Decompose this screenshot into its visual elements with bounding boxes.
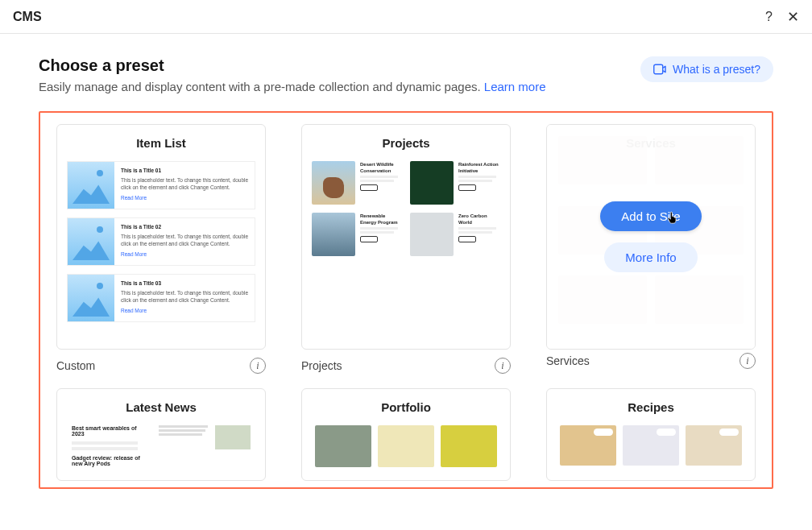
project-image	[312, 213, 355, 256]
project-button	[360, 236, 378, 242]
more-info-button[interactable]: More Info	[604, 242, 697, 272]
project-title: Zero Carbon World	[458, 213, 500, 226]
preset-latest-news-preview[interactable]: Latest News Best smart wearables of 2023…	[56, 388, 266, 481]
recipe-card	[623, 425, 679, 466]
project-button	[458, 184, 476, 191]
project-title: Desert Wildlife Conservation	[360, 161, 402, 174]
preset-custom-preview[interactable]: Item List This is a Title 01 This is pla…	[56, 124, 266, 350]
section-header-text: Choose a preset Easily manage and displa…	[39, 56, 546, 93]
list-item-text: This is a Title 01 This is placeholder t…	[121, 162, 255, 209]
list-item-text: This is a Title 02 This is placeholder t…	[121, 218, 255, 265]
preview-title: Portfolio	[312, 400, 500, 414]
project-button	[458, 236, 476, 242]
preset-label: Projects	[301, 359, 342, 372]
projects-grid: Desert Wildlife Conservation Rainforest …	[312, 161, 500, 256]
content-area: Choose a preset Easily manage and displa…	[0, 34, 812, 489]
video-icon	[653, 64, 666, 75]
section-header: Choose a preset Easily manage and displa…	[39, 56, 773, 93]
project-title: Renewable Energy Program	[360, 213, 402, 226]
help-icon[interactable]: ?	[765, 10, 773, 23]
project-image	[410, 161, 454, 205]
project-card: Renewable Energy Program	[312, 213, 402, 256]
page-subtitle: Easily manage and display content with a…	[39, 80, 546, 93]
item-title: This is a Title 01	[121, 167, 251, 174]
news-row: Best smart wearables of 2023 Gadget revi…	[67, 425, 255, 471]
portfolio-image	[315, 425, 371, 467]
project-text: Zero Carbon World	[458, 213, 500, 256]
close-icon[interactable]: ✕	[787, 10, 799, 24]
image-placeholder-icon	[68, 275, 114, 321]
recipe-card	[686, 425, 742, 466]
info-icon[interactable]: i	[740, 353, 756, 369]
item-desc: This is placeholder text. To change this…	[121, 289, 251, 304]
project-card: Desert Wildlife Conservation	[312, 161, 402, 205]
preset-recipes: Recipes	[546, 388, 756, 481]
project-text: Desert Wildlife Conservation	[360, 161, 402, 205]
preview-title: Projects	[312, 136, 500, 150]
recipes-row	[557, 425, 745, 466]
preset-footer: Projects i	[301, 358, 511, 374]
portfolio-image	[378, 425, 434, 467]
what-is-preset-label: What is a preset?	[673, 63, 760, 76]
read-more-link: Read More	[121, 251, 147, 258]
project-title: Rainforest Action Initiative	[458, 161, 500, 174]
info-icon[interactable]: i	[250, 358, 266, 374]
preset-projects: Projects Desert Wildlife Conservation	[301, 124, 511, 374]
recipe-tag	[594, 429, 613, 436]
project-text: Rainforest Action Initiative	[458, 161, 500, 205]
subtitle-text: Easily manage and display content with a…	[39, 80, 484, 93]
svg-rect-0	[654, 64, 663, 74]
list-item: This is a Title 03 This is placeholder t…	[67, 274, 255, 322]
page-title: Choose a preset	[39, 56, 546, 75]
preview-title: Recipes	[557, 400, 745, 414]
preset-custom: Item List This is a Title 01 This is pla…	[56, 124, 266, 374]
project-card: Zero Carbon World	[410, 213, 500, 256]
add-to-site-button[interactable]: Add to Site	[600, 201, 701, 231]
preview-title: Item List	[67, 136, 255, 150]
news-image	[215, 425, 251, 449]
news-headlines: Best smart wearables of 2023 Gadget revi…	[72, 425, 149, 471]
news-title: Gadget review: release of new Airy Pods	[72, 455, 149, 466]
news-title: Best smart wearables of 2023	[72, 425, 149, 437]
preset-portfolio-preview[interactable]: Portfolio	[301, 388, 511, 481]
project-text: Renewable Energy Program	[360, 213, 402, 256]
portfolio-image	[441, 425, 497, 467]
preset-services-preview[interactable]: Services Add to Site More Info	[546, 124, 756, 350]
item-title: This is a Title 02	[121, 223, 251, 230]
image-placeholder-icon	[68, 162, 114, 209]
preset-footer: Services i	[546, 353, 756, 369]
app-title: CMS	[13, 10, 42, 24]
read-more-link: Read More	[121, 307, 147, 314]
project-card: Rainforest Action Initiative	[410, 161, 500, 205]
list-item-text: This is a Title 03 This is placeholder t…	[121, 275, 255, 321]
image-placeholder-icon	[68, 218, 114, 265]
project-button	[360, 184, 378, 191]
preset-services: Services Add to Site More Info	[546, 124, 756, 374]
presets-grid: Item List This is a Title 01 This is pla…	[56, 124, 756, 481]
info-icon[interactable]: i	[495, 358, 511, 374]
project-image	[410, 213, 454, 256]
recipe-tag	[719, 429, 739, 436]
item-title: This is a Title 03	[121, 279, 251, 287]
list-item: This is a Title 02 This is placeholder t…	[67, 217, 255, 266]
item-desc: This is placeholder text. To change this…	[121, 233, 251, 247]
preset-portfolio: Portfolio	[301, 388, 511, 481]
learn-more-link[interactable]: Learn more	[484, 80, 546, 93]
preset-recipes-preview[interactable]: Recipes	[546, 388, 756, 481]
what-is-preset-button[interactable]: What is a preset?	[640, 56, 773, 82]
preset-label: Custom	[56, 359, 95, 372]
preset-footer: Custom i	[56, 358, 266, 374]
topbar-actions: ? ✕	[765, 10, 799, 24]
hover-overlay: Add to Site More Info	[547, 125, 755, 349]
item-desc: This is placeholder text. To change this…	[121, 176, 251, 191]
list-item: This is a Title 01 This is placeholder t…	[67, 161, 255, 209]
read-more-link: Read More	[121, 194, 147, 201]
news-excerpt	[159, 425, 210, 437]
recipe-tag	[657, 429, 676, 436]
presets-container: Item List This is a Title 01 This is pla…	[39, 111, 773, 489]
preset-projects-preview[interactable]: Projects Desert Wildlife Conservation	[301, 124, 511, 350]
top-bar: CMS ? ✕	[0, 0, 812, 34]
preset-label: Services	[546, 354, 590, 367]
preview-title: Latest News	[67, 400, 255, 414]
portfolio-row	[312, 425, 500, 467]
